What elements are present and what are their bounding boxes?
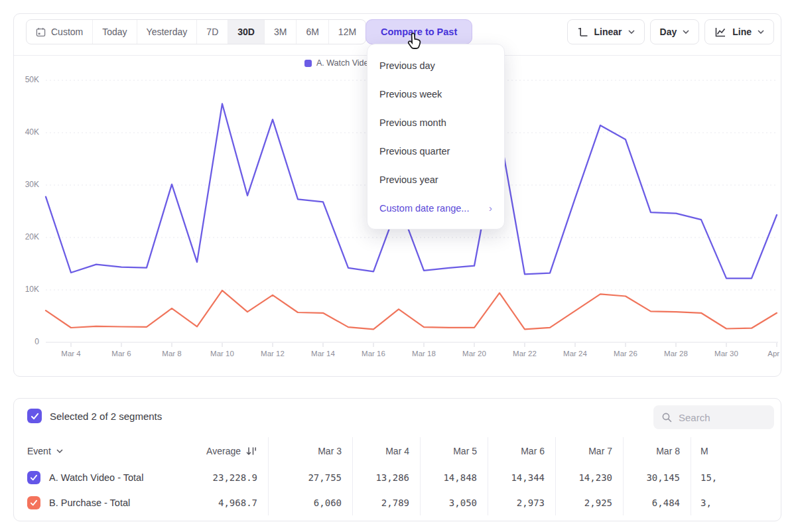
search-input[interactable] [679, 412, 765, 423]
column-header: Mar 5 [420, 437, 488, 465]
column-header: Mar 4 [352, 437, 420, 465]
cell: 6,484 [623, 490, 691, 515]
cell-value: 23,228.9 [213, 472, 257, 483]
row-checkbox[interactable] [27, 471, 40, 484]
chevron-down-icon [683, 30, 689, 34]
search-box[interactable] [653, 405, 774, 429]
range-custom[interactable]: Custom [27, 20, 92, 44]
x-axis-label: Apr 1 [767, 350, 781, 358]
range-today[interactable]: Today [92, 20, 136, 44]
series-b-line [46, 291, 777, 330]
calendar-icon [36, 27, 46, 37]
compare-to-past-menu: Previous day Previous week Previous mont… [367, 44, 505, 230]
y-axis-label: 50K [18, 75, 39, 84]
x-axis-label: Mar 4 [61, 350, 81, 358]
search-icon [661, 412, 673, 423]
range-today-label: Today [102, 27, 127, 37]
cell: 2,789 [352, 490, 420, 515]
menu-item-custom-date-range[interactable]: Custom date range... › [367, 194, 504, 222]
cell-value: 15, [700, 472, 717, 483]
select-all-checkbox[interactable] [27, 409, 42, 423]
range-6m-label: 6M [306, 27, 318, 37]
cell-value: 14,344 [511, 472, 545, 483]
cell: 14,230 [555, 465, 623, 490]
range-12m-label: 12M [338, 27, 356, 37]
row-label: A. Watch Video - Total [49, 472, 143, 483]
check-icon [31, 413, 39, 420]
range-custom-label: Custom [51, 27, 83, 37]
cell: 14,848 [420, 465, 488, 490]
x-axis-label: Mar 28 [664, 350, 688, 358]
menu-item-previous-quarter[interactable]: Previous quarter [367, 137, 504, 165]
menu-item-label: Previous week [379, 89, 442, 100]
x-axis-label: Mar 12 [261, 350, 285, 358]
range-12m[interactable]: 12M [328, 20, 365, 44]
chevron-down-icon [56, 449, 63, 453]
segments-card: Selected 2 of 2 segments Event Average [13, 398, 781, 521]
chart-type-dropdown[interactable]: Line [704, 19, 774, 44]
column-header-label: M [700, 446, 708, 456]
cell-value: 3, [700, 498, 712, 508]
table-row-watch-video[interactable]: A. Watch Video - Total [14, 465, 185, 490]
menu-item-label: Previous year [379, 174, 438, 185]
event-header-label: Event [27, 446, 51, 456]
x-axis-label: Mar 6 [111, 350, 131, 358]
range-30d-selected[interactable]: 30D [228, 20, 264, 44]
cell-value: 27,755 [308, 472, 342, 483]
x-axis-label: Mar 10 [210, 350, 234, 358]
cell: 4,968.7 [185, 490, 268, 515]
compare-to-past-button[interactable]: Compare to Past [365, 19, 472, 44]
cell-value: 14,848 [443, 472, 477, 483]
x-axis-label: Mar 14 [311, 350, 335, 358]
average-header-label: Average [206, 446, 241, 456]
range-yesterday[interactable]: Yesterday [137, 20, 197, 44]
menu-item-previous-day[interactable]: Previous day [367, 51, 504, 80]
column-header-label: Mar 5 [453, 446, 477, 456]
cell: 3,050 [420, 490, 488, 515]
segments-summary: Selected 2 of 2 segments [50, 411, 162, 422]
sort-descending-icon [245, 446, 257, 456]
cell-value: 2,925 [584, 498, 612, 508]
row-checkbox[interactable] [27, 496, 40, 509]
column-header-label: Mar 4 [385, 446, 409, 456]
range-3m[interactable]: 3M [264, 20, 296, 44]
menu-item-previous-week[interactable]: Previous week [367, 80, 504, 108]
interval-label: Day [660, 27, 677, 37]
compare-to-past-label: Compare to Past [381, 27, 457, 37]
legend-item-watch-video[interactable]: A. Watch Vide [304, 58, 369, 68]
scale-dropdown[interactable]: Linear [567, 19, 645, 44]
event-column-header[interactable]: Event [14, 437, 185, 465]
menu-item-previous-month[interactable]: Previous month [367, 108, 504, 137]
cell: 2,973 [488, 490, 555, 515]
cell-value: 6,484 [652, 498, 680, 508]
menu-item-label: Previous day [379, 60, 435, 71]
cell-clipped: 3, [691, 490, 781, 515]
range-6m[interactable]: 6M [296, 20, 328, 44]
range-7d-label: 7D [206, 27, 218, 37]
y-axis-label: 10K [18, 285, 39, 294]
line-chart-icon [714, 27, 726, 38]
menu-item-previous-year[interactable]: Previous year [367, 165, 504, 194]
check-icon [30, 499, 38, 506]
cell-value: 14,230 [578, 472, 612, 483]
interval-dropdown[interactable]: Day [650, 19, 700, 44]
menu-item-label: Custom date range... [379, 203, 469, 214]
cell: 14,344 [488, 465, 555, 490]
x-axis-label: Mar 24 [563, 350, 587, 358]
date-range-segmented-control: Custom Today Yesterday 7D 30D 3M 6M 12M [26, 19, 366, 44]
y-axis-label: 40K [18, 127, 39, 137]
table-row-purchase[interactable]: B. Purchase - Total [14, 490, 185, 515]
x-axis-label: Mar 18 [412, 350, 436, 358]
column-header: Mar 3 [268, 437, 352, 465]
range-7d[interactable]: 7D [196, 20, 228, 44]
range-30d-label: 30D [237, 27, 255, 37]
cell: 30,145 [623, 465, 691, 490]
legend-swatch [304, 60, 312, 67]
y-axis-label: 0 [18, 337, 39, 346]
column-header-label: Mar 6 [521, 446, 545, 456]
y-axis-label: 30K [18, 180, 39, 189]
axis-linear-icon [577, 27, 588, 38]
average-column-header[interactable]: Average [185, 437, 268, 465]
range-3m-label: 3M [274, 27, 287, 37]
x-axis-label: Mar 26 [614, 350, 637, 358]
